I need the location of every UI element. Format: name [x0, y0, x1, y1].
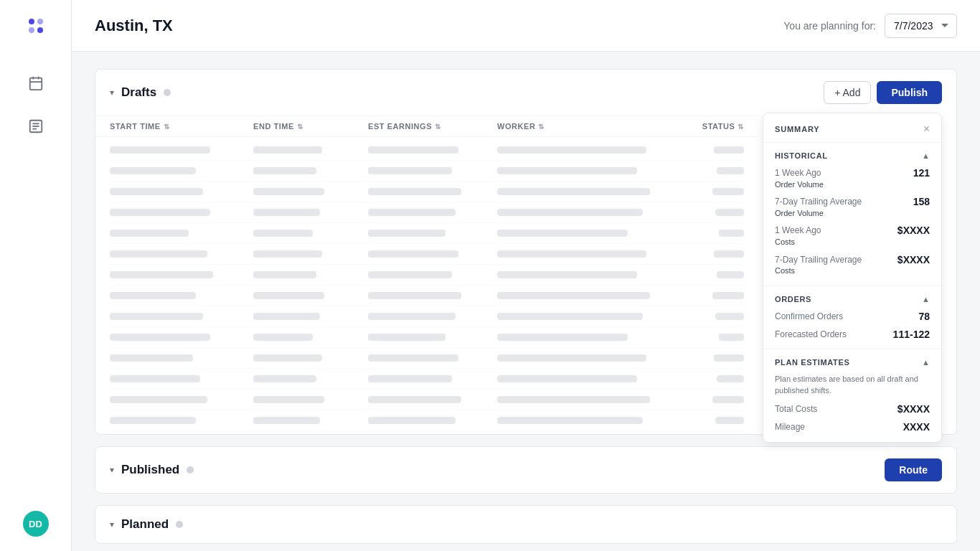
cell-start	[110, 167, 253, 174]
table-row[interactable]	[110, 244, 744, 265]
svg-point-3	[37, 27, 43, 33]
cell-worker	[497, 292, 684, 299]
cell-start	[110, 271, 253, 278]
table-row[interactable]	[110, 140, 744, 161]
table-row[interactable]	[110, 369, 744, 390]
cell-status	[684, 313, 744, 320]
historical-chevron[interactable]: ▲	[922, 151, 930, 160]
cell-earnings	[368, 417, 497, 424]
cell-start	[110, 250, 253, 258]
cell-end	[253, 146, 368, 154]
cell-earnings	[368, 354, 497, 362]
cell-start	[110, 396, 253, 403]
cell-start	[110, 375, 253, 382]
historical-value-1: 121	[913, 167, 930, 179]
col-est-earnings: EST EARNINGS ⇅	[368, 122, 497, 131]
table-row[interactable]	[110, 348, 744, 369]
date-select[interactable]: 7/7/2023 7/8/2023 7/9/2023	[885, 14, 957, 38]
col-worker: WORKER ⇅	[497, 122, 684, 131]
summary-plan-estimates: PLAN ESTIMATES ▲ Plan estimates are base…	[763, 349, 941, 441]
user-avatar[interactable]: DD	[23, 511, 49, 537]
cell-earnings	[368, 334, 497, 341]
cell-end	[253, 313, 368, 320]
summary-plan-title: PLAN ESTIMATES	[775, 358, 849, 367]
table-header: START TIME ⇅ END TIME ⇅ EST EARNINGS ⇅ W…	[95, 116, 758, 137]
svg-point-1	[37, 19, 43, 24]
cell-earnings	[368, 167, 497, 174]
sort-icon-status[interactable]: ⇅	[738, 123, 744, 131]
cell-worker	[497, 188, 684, 195]
table-row[interactable]	[110, 410, 744, 431]
cell-earnings	[368, 375, 497, 382]
svg-point-2	[29, 27, 34, 33]
forecasted-orders-value: 111-122	[893, 329, 930, 340]
summary-close-button[interactable]: ×	[923, 123, 930, 135]
planned-header: ▾ Planned	[95, 506, 956, 543]
page-header: Austin, TX You are planning for: 7/7/202…	[72, 0, 980, 52]
app-logo	[24, 14, 47, 42]
col-end-time: END TIME ⇅	[253, 122, 368, 131]
plan-row-2: Mileage XXXX	[775, 421, 930, 433]
cell-end	[253, 230, 368, 237]
published-toggle[interactable]: ▾	[110, 465, 114, 475]
cell-worker	[497, 375, 684, 382]
route-button[interactable]: Route	[885, 458, 942, 481]
table-row[interactable]	[110, 223, 744, 244]
sort-icon-end[interactable]: ⇅	[297, 123, 303, 131]
table-row[interactable]	[110, 265, 744, 286]
summary-header: SUMMARY ×	[763, 113, 941, 143]
summary-orders-title: ORDERS	[775, 295, 811, 303]
cell-end	[253, 354, 368, 362]
cell-start	[110, 146, 253, 154]
cell-status	[684, 188, 744, 195]
cell-start	[110, 209, 253, 216]
cell-status	[684, 396, 744, 403]
cell-earnings	[368, 146, 497, 154]
sidebar-item-list[interactable]	[23, 113, 49, 139]
add-button[interactable]: + Add	[824, 81, 871, 104]
sort-icon-earnings[interactable]: ⇅	[435, 123, 441, 131]
sort-icon-worker[interactable]: ⇅	[538, 123, 545, 131]
cell-worker	[497, 250, 684, 258]
cell-status	[684, 292, 744, 299]
orders-row-2: Forecasted Orders 111-122	[775, 329, 930, 341]
table-rows	[95, 137, 758, 434]
planned-toggle[interactable]: ▾	[110, 519, 114, 529]
col-status: STATUS ⇅	[684, 122, 744, 131]
cell-worker	[497, 417, 684, 424]
cell-start	[110, 313, 253, 320]
publish-button[interactable]: Publish	[877, 81, 942, 104]
summary-orders-header: ORDERS ▲	[775, 295, 930, 303]
table-row[interactable]	[110, 306, 744, 327]
drafts-badge	[164, 89, 171, 96]
cell-end	[253, 250, 368, 258]
cell-worker	[497, 230, 684, 237]
cell-status	[684, 417, 744, 424]
sort-icon-start[interactable]: ⇅	[164, 123, 170, 131]
cell-start	[110, 230, 253, 237]
content-area: ▾ Drafts + Add Publish START TIME ⇅ END …	[72, 52, 980, 551]
cell-end	[253, 334, 368, 341]
cell-earnings	[368, 271, 497, 278]
published-header: ▾ Published Route	[95, 447, 956, 493]
plan-chevron[interactable]: ▲	[922, 358, 930, 367]
total-costs-value: $XXXX	[897, 403, 930, 415]
historical-value-4: $XXXX	[897, 254, 930, 265]
drafts-toggle[interactable]: ▾	[110, 88, 114, 98]
summary-panel: SUMMARY × HISTORICAL ▲ 1 Week Ago Order …	[763, 113, 942, 443]
published-section: ▾ Published Route	[95, 446, 957, 494]
header-right: You are planning for: 7/7/2023 7/8/2023 …	[783, 14, 957, 38]
table-row[interactable]	[110, 327, 744, 348]
table-row[interactable]	[110, 202, 744, 223]
table-row[interactable]	[110, 161, 744, 182]
table-row[interactable]	[110, 182, 744, 202]
table-row[interactable]	[110, 286, 744, 306]
sidebar-item-calendar[interactable]	[23, 70, 49, 96]
cell-worker	[497, 271, 684, 278]
table-row[interactable]	[110, 390, 744, 410]
orders-chevron[interactable]: ▲	[922, 295, 930, 303]
historical-value-3: $XXXX	[897, 225, 930, 236]
cell-status	[684, 334, 744, 341]
cell-end	[253, 167, 368, 174]
svg-rect-4	[29, 78, 42, 90]
